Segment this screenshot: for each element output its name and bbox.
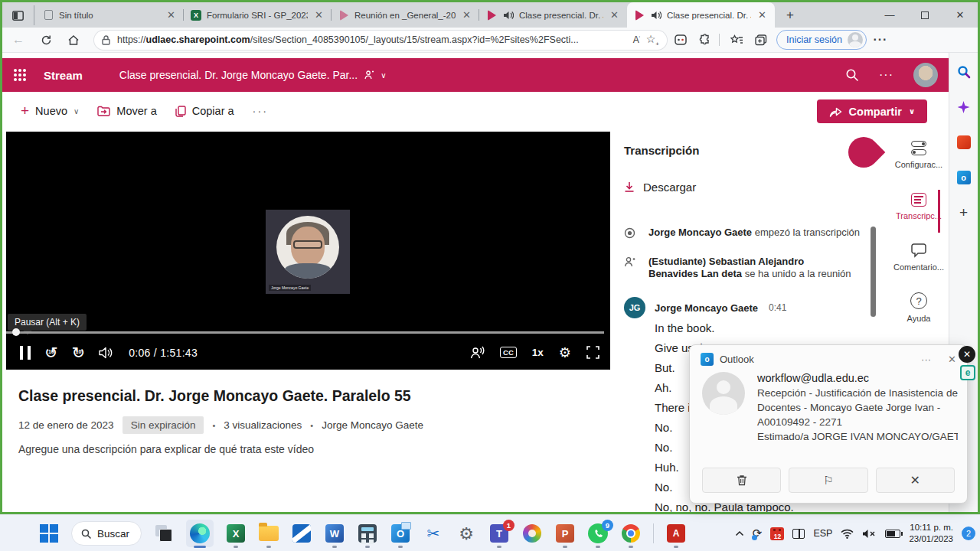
- clock[interactable]: 10:11 p. m. 23/01/2023: [909, 522, 953, 545]
- file-explorer-button[interactable]: [258, 518, 279, 549]
- e-widget-icon[interactable]: e: [960, 365, 975, 380]
- refresh-icon[interactable]: [34, 30, 57, 50]
- whatsapp-taskbar-button[interactable]: 9: [587, 518, 609, 549]
- start-button[interactable]: [38, 518, 60, 549]
- acrobat-taskbar-button[interactable]: A: [665, 518, 687, 549]
- tab-actions-menu-icon[interactable]: [8, 5, 34, 25]
- snipping-tool-button[interactable]: [291, 518, 312, 549]
- chrome-taskbar-button[interactable]: [620, 518, 642, 549]
- sign-in-button[interactable]: Iniciar sesión: [776, 30, 867, 50]
- language-indicator[interactable]: ESP: [813, 528, 832, 539]
- share-button[interactable]: Compartir ∨: [817, 99, 927, 123]
- word-taskbar-button[interactable]: W: [324, 518, 345, 549]
- new-button[interactable]: + Nuevo ∨: [21, 103, 79, 119]
- taskbar-search[interactable]: Buscar: [71, 521, 142, 546]
- shared-people-icon[interactable]: [364, 70, 376, 80]
- wifi-icon[interactable]: [841, 529, 854, 539]
- audio-description-icon[interactable]: [469, 346, 485, 359]
- rewind-10-button[interactable]: ↺10: [44, 345, 58, 360]
- tab-formulario-sri[interactable]: X Formulario SRI - GP_2023 ✕: [184, 2, 332, 28]
- rail-comments-button[interactable]: Comentario...: [889, 243, 949, 272]
- calendar-tray-icon[interactable]: 12: [770, 527, 784, 540]
- rail-help-button[interactable]: ? Ayuda: [889, 292, 949, 323]
- browser-essentials-icon[interactable]: [670, 30, 691, 50]
- forward-10-button[interactable]: ↻10: [72, 345, 86, 360]
- collections-icon[interactable]: [750, 30, 772, 50]
- volume-icon[interactable]: [99, 347, 113, 359]
- sidebar-outlook-icon[interactable]: o: [956, 169, 972, 186]
- teams-taskbar-button[interactable]: T 1: [488, 518, 510, 549]
- notification-close-icon[interactable]: ✕: [948, 354, 956, 365]
- transcript-line[interactable]: In the book.: [655, 318, 794, 338]
- video-owner[interactable]: Jorge Moncayo Gaete: [322, 419, 423, 431]
- outlook-taskbar-button[interactable]: O: [390, 518, 411, 549]
- player-settings-icon[interactable]: ⚙: [559, 344, 571, 360]
- outlook-notification[interactable]: o Outlook ··· ✕ workflow@udla.edu.ec Rec…: [689, 344, 968, 504]
- task-view-button[interactable]: [153, 518, 175, 549]
- tab-close-icon[interactable]: ✕: [460, 9, 473, 21]
- close-window-button[interactable]: ✕: [942, 2, 978, 28]
- download-transcript-button[interactable]: Descargar: [624, 181, 696, 194]
- snip-sketch-button[interactable]: ✂: [423, 518, 444, 549]
- captions-button[interactable]: CC: [500, 347, 517, 358]
- stop-sharing-icon[interactable]: ✕: [959, 346, 975, 363]
- read-aloud-icon[interactable]: Aᵎ: [633, 34, 640, 45]
- edge-taskbar-button[interactable]: [186, 518, 214, 549]
- powerpoint-taskbar-button[interactable]: P: [554, 518, 576, 549]
- video-player[interactable]: Jorge Moncayo Gaete Pausar (Alt + K) ↺10…: [6, 132, 610, 370]
- header-more-icon[interactable]: ···: [879, 68, 893, 82]
- back-icon[interactable]: ←: [7, 30, 30, 50]
- extensions-icon[interactable]: [694, 30, 716, 50]
- search-icon[interactable]: [845, 68, 859, 82]
- tab-close-icon[interactable]: ✕: [165, 9, 178, 21]
- new-tab-button[interactable]: +: [779, 5, 801, 26]
- app-name[interactable]: Stream: [44, 69, 83, 82]
- tab-clase-presencial-1[interactable]: Clase presencial. Dr. J ✕: [479, 2, 627, 28]
- transcript-scrollbar[interactable]: [871, 227, 876, 317]
- paint-button[interactable]: [521, 518, 543, 549]
- tab-sin-titulo[interactable]: Sin título ✕: [36, 2, 184, 28]
- tab-clase-presencial-2-active[interactable]: Clase presencial. Dr. J ✕: [627, 2, 775, 28]
- sidebar-copilot-icon[interactable]: [956, 99, 972, 116]
- browser-menu-icon[interactable]: ···: [870, 30, 891, 50]
- fullscreen-icon[interactable]: [586, 346, 599, 359]
- volume-muted-icon[interactable]: [862, 529, 877, 539]
- tab-audio-icon[interactable]: [650, 9, 662, 21]
- favorites-bar-icon[interactable]: [726, 30, 747, 50]
- sync-tray-icon[interactable]: ⟳: [753, 527, 763, 540]
- sidebar-office-icon[interactable]: [956, 134, 972, 151]
- settings-button[interactable]: ⚙: [456, 518, 477, 549]
- tab-reunion-general[interactable]: Reunión en _General_-202 ✕: [332, 2, 479, 28]
- command-bar-more-icon[interactable]: ···: [253, 105, 269, 117]
- excel-taskbar-button[interactable]: X: [225, 518, 247, 549]
- sidebar-add-icon[interactable]: +: [956, 204, 972, 221]
- notification-more-icon[interactable]: ···: [921, 354, 931, 365]
- tab-close-icon[interactable]: ✕: [312, 9, 325, 21]
- pause-button[interactable]: [20, 346, 31, 360]
- battery-icon[interactable]: [885, 530, 900, 538]
- calculator-button[interactable]: [357, 518, 378, 549]
- add-favorite-icon[interactable]: ☆+: [646, 33, 659, 47]
- tab-audio-icon[interactable]: [502, 9, 514, 21]
- move-to-button[interactable]: Mover a: [97, 105, 156, 117]
- video-description[interactable]: Agregue una descripción para explicar de…: [18, 443, 314, 455]
- notification-count-badge[interactable]: 2: [962, 527, 975, 540]
- url-text[interactable]: https://udlaec.sharepoint.com/sites/Sect…: [117, 34, 627, 45]
- sidebar-search-icon[interactable]: [956, 64, 972, 80]
- message-timestamp[interactable]: 0:41: [769, 302, 786, 313]
- delete-button[interactable]: [702, 468, 781, 493]
- dismiss-button[interactable]: ✕: [876, 468, 955, 493]
- title-chevron-icon[interactable]: ∨: [381, 71, 386, 80]
- expiration-badge[interactable]: Sin expiración: [122, 416, 204, 434]
- tab-close-icon[interactable]: ✕: [756, 9, 769, 21]
- virtual-desktop-icon[interactable]: [792, 529, 805, 539]
- seek-bar[interactable]: [6, 331, 604, 334]
- maximize-button[interactable]: [907, 2, 942, 28]
- minimize-button[interactable]: —: [872, 2, 907, 28]
- document-title[interactable]: Clase presencial. Dr. Jorge Moncayo Gaet…: [119, 69, 358, 81]
- address-bar[interactable]: https://udlaec.sharepoint.com/sites/Sect…: [94, 31, 667, 50]
- copy-to-button[interactable]: Copiar a: [175, 105, 234, 117]
- notification-body[interactable]: workflow@udla.edu.ec Recepción - Justifi…: [690, 369, 967, 444]
- rail-settings-button[interactable]: Configurac...: [889, 141, 949, 169]
- app-launcher-icon[interactable]: [14, 69, 26, 81]
